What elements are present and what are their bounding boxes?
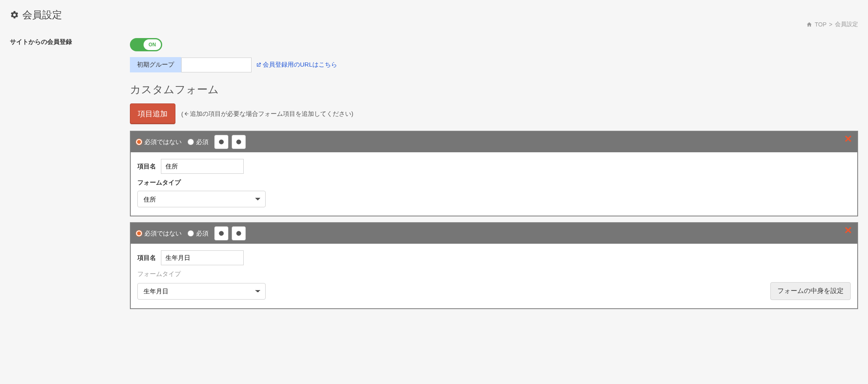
arrow-left-icon xyxy=(184,111,189,117)
add-item-hint: ( 追加の項目が必要な場合フォーム項目を追加してください) xyxy=(181,110,353,118)
radio-required-input[interactable] xyxy=(187,139,194,145)
move-down-button[interactable] xyxy=(232,135,246,149)
site-registration-toggle[interactable]: ON xyxy=(130,38,162,51)
form-type-select[interactable]: 住所 xyxy=(137,191,266,207)
move-up-button[interactable] xyxy=(214,226,228,240)
hint-prefix: ( xyxy=(181,110,183,118)
page-title: 会員設定 xyxy=(10,8,62,22)
required-radio-group: 必須ではない必須 xyxy=(136,230,209,238)
arrow-down-circle-icon xyxy=(236,139,242,145)
radio-not-required-label: 必須ではない xyxy=(144,138,182,146)
radio-required[interactable]: 必須 xyxy=(187,138,209,146)
external-link-icon xyxy=(256,62,261,68)
form-item-body: 項目名フォームタイプ住所 xyxy=(131,152,857,216)
gear-icon xyxy=(10,10,19,19)
breadcrumb-sep: > xyxy=(829,21,832,28)
item-name-label: 項目名 xyxy=(137,254,156,262)
form-type-select[interactable]: 生年月日 xyxy=(137,283,266,300)
form-item-body: 項目名フォームタイプ生年月日フォームの中身を設定 xyxy=(131,244,857,308)
form-type-label: フォームタイプ xyxy=(137,270,851,278)
registration-url-link[interactable]: 会員登録用のURLはこちら xyxy=(256,61,337,69)
radio-required-label: 必須 xyxy=(196,230,209,238)
form-type-label: フォームタイプ xyxy=(137,179,851,187)
form-item-header: 必須ではない必須✕ xyxy=(131,223,857,244)
page-title-text: 会員設定 xyxy=(22,8,62,22)
breadcrumb: TOP > 会員設定 xyxy=(806,21,858,28)
form-item: 必須ではない必須✕項目名フォームタイプ生年月日フォームの中身を設定 xyxy=(130,222,858,309)
form-content-config-button[interactable]: フォームの中身を設定 xyxy=(770,282,851,300)
arrow-down-circle-icon xyxy=(236,230,242,236)
arrow-up-circle-icon xyxy=(218,230,224,236)
site-registration-label: サイトからの会員登録 xyxy=(10,38,113,46)
item-name-input[interactable] xyxy=(161,159,244,174)
add-item-button[interactable]: 項目追加 xyxy=(130,103,175,124)
remove-item-button[interactable]: ✕ xyxy=(844,134,852,144)
home-icon xyxy=(806,22,812,27)
radio-not-required-input[interactable] xyxy=(136,230,142,237)
custom-form-heading: カスタムフォーム xyxy=(130,82,858,97)
arrow-up-circle-icon xyxy=(218,139,224,145)
radio-required[interactable]: 必須 xyxy=(187,230,209,238)
item-name-label: 項目名 xyxy=(137,163,156,170)
item-name-input[interactable] xyxy=(161,250,244,265)
radio-required-input[interactable] xyxy=(187,230,194,237)
radio-not-required[interactable]: 必須ではない xyxy=(136,138,182,146)
remove-item-button[interactable]: ✕ xyxy=(844,226,852,235)
move-down-button[interactable] xyxy=(232,226,246,240)
sort-buttons xyxy=(214,135,246,149)
initial-group-input[interactable] xyxy=(181,58,252,72)
form-item-header: 必須ではない必須✕ xyxy=(131,132,857,152)
breadcrumb-current: 会員設定 xyxy=(835,21,858,28)
radio-required-label: 必須 xyxy=(196,138,209,146)
radio-not-required-label: 必須ではない xyxy=(144,230,182,238)
registration-url-link-text: 会員登録用のURLはこちら xyxy=(263,61,337,69)
move-up-button[interactable] xyxy=(214,135,228,149)
breadcrumb-top[interactable]: TOP xyxy=(815,21,827,28)
hint-text-body: 追加の項目が必要な場合フォーム項目を追加してください) xyxy=(190,110,353,118)
required-radio-group: 必須ではない必須 xyxy=(136,138,209,146)
radio-not-required-input[interactable] xyxy=(136,139,142,145)
initial-group-label: 初期グループ xyxy=(130,57,181,72)
form-item: 必須ではない必須✕項目名フォームタイプ住所 xyxy=(130,131,858,216)
toggle-knob: ON xyxy=(144,39,161,50)
radio-not-required[interactable]: 必須ではない xyxy=(136,230,182,238)
sort-buttons xyxy=(214,226,246,240)
